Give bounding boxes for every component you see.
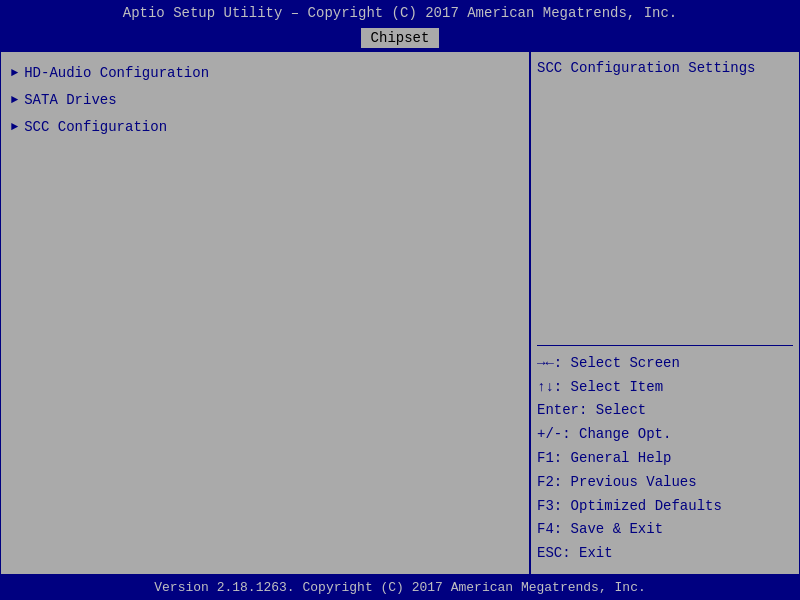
footer-bar: Version 2.18.1263. Copyright (C) 2017 Am… bbox=[0, 575, 800, 600]
help-key-4: F1: bbox=[537, 450, 562, 466]
help-key-8: ESC: bbox=[537, 545, 571, 561]
help-desc-2: Select bbox=[587, 402, 646, 418]
help-line-2: Enter: Select bbox=[537, 399, 793, 423]
help-key-1: ↑↓: bbox=[537, 379, 562, 395]
help-desc-0: Select Screen bbox=[562, 355, 680, 371]
help-key-0: →←: bbox=[537, 355, 562, 371]
menu-item-label-0: HD-Audio Configuration bbox=[24, 63, 209, 84]
left-panel: ►HD-Audio Configuration►SATA Drives►SCC … bbox=[0, 51, 530, 575]
help-line-8: ESC: Exit bbox=[537, 542, 793, 566]
help-desc-4: General Help bbox=[562, 450, 671, 466]
footer-text: Version 2.18.1263. Copyright (C) 2017 Am… bbox=[154, 580, 645, 595]
help-desc-1: Select Item bbox=[562, 379, 663, 395]
help-key-6: F3: bbox=[537, 498, 562, 514]
description-text: SCC Configuration Settings bbox=[537, 60, 755, 76]
help-key-5: F2: bbox=[537, 474, 562, 490]
arrow-icon-1: ► bbox=[11, 91, 18, 109]
menu-item-1[interactable]: ►SATA Drives bbox=[5, 87, 525, 114]
help-desc-6: Optimized Defaults bbox=[562, 498, 722, 514]
right-panel: SCC Configuration Settings →←: Select Sc… bbox=[530, 51, 800, 575]
description-area: SCC Configuration Settings bbox=[537, 60, 793, 346]
help-key-7: F4: bbox=[537, 521, 562, 537]
arrow-icon-2: ► bbox=[11, 118, 18, 136]
help-line-3: +/-: Change Opt. bbox=[537, 423, 793, 447]
menu-item-0[interactable]: ►HD-Audio Configuration bbox=[5, 60, 525, 87]
menu-item-2[interactable]: ►SCC Configuration bbox=[5, 114, 525, 141]
tab-bar: Chipset bbox=[0, 28, 800, 51]
main-content: ►HD-Audio Configuration►SATA Drives►SCC … bbox=[0, 51, 800, 575]
help-area: →←: Select Screen↑↓: Select ItemEnter: S… bbox=[537, 352, 793, 566]
header-title: Aptio Setup Utility – Copyright (C) 2017… bbox=[123, 5, 678, 21]
help-line-4: F1: General Help bbox=[537, 447, 793, 471]
arrow-icon-0: ► bbox=[11, 64, 18, 82]
help-line-7: F4: Save & Exit bbox=[537, 518, 793, 542]
help-desc-5: Previous Values bbox=[562, 474, 696, 490]
menu-item-label-2: SCC Configuration bbox=[24, 117, 167, 138]
help-desc-7: Save & Exit bbox=[562, 521, 663, 537]
help-key-3: +/-: bbox=[537, 426, 571, 442]
help-desc-8: Exit bbox=[571, 545, 613, 561]
menu-item-label-1: SATA Drives bbox=[24, 90, 116, 111]
header-bar: Aptio Setup Utility – Copyright (C) 2017… bbox=[0, 0, 800, 28]
help-desc-3: Change Opt. bbox=[571, 426, 672, 442]
help-line-5: F2: Previous Values bbox=[537, 471, 793, 495]
help-line-0: →←: Select Screen bbox=[537, 352, 793, 376]
tab-chipset[interactable]: Chipset bbox=[361, 28, 440, 48]
help-line-6: F3: Optimized Defaults bbox=[537, 495, 793, 519]
help-key-2: Enter: bbox=[537, 402, 587, 418]
help-line-1: ↑↓: Select Item bbox=[537, 376, 793, 400]
